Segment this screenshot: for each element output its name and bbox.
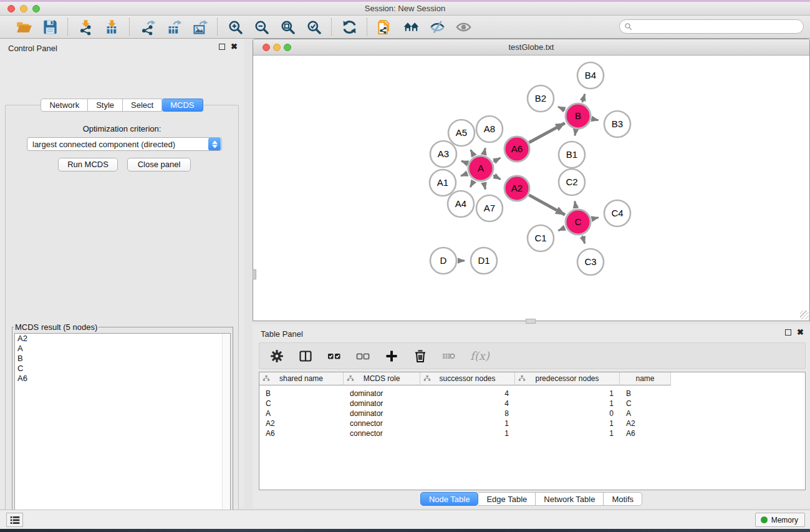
refresh-icon[interactable] bbox=[340, 17, 359, 36]
graph-node-A2[interactable]: A2 bbox=[504, 176, 529, 201]
dropdown-stepper-icon[interactable] bbox=[208, 138, 221, 150]
select-all-icon[interactable] bbox=[327, 348, 342, 364]
search-field[interactable] bbox=[619, 19, 804, 34]
network-canvas[interactable]: B4B2BB3A8A5A6A3B1AA1C2A2A4A7CC4C1C3DD1 bbox=[253, 56, 809, 321]
table-cell[interactable]: B bbox=[620, 389, 671, 399]
graph-node-A7[interactable]: A7 bbox=[476, 195, 503, 221]
export-image-icon[interactable] bbox=[190, 17, 209, 36]
float-panel-icon[interactable] bbox=[219, 44, 225, 50]
table-cell[interactable]: 1 bbox=[515, 428, 620, 438]
graph-node-A6[interactable]: A6 bbox=[504, 137, 529, 162]
table-cell[interactable]: connector bbox=[344, 428, 420, 438]
add-row-icon[interactable] bbox=[384, 348, 399, 364]
column-header-successor-nodes[interactable]: successor nodes bbox=[420, 372, 515, 385]
splitter-grip-left[interactable] bbox=[253, 269, 256, 279]
table-close-panel-icon[interactable]: ✖ bbox=[797, 329, 804, 336]
graph-edge-A-A3[interactable] bbox=[461, 161, 468, 163]
tab-mcds[interactable]: MCDS bbox=[162, 99, 203, 112]
table-cell[interactable]: 1 bbox=[515, 418, 620, 428]
zoom-selected-icon[interactable] bbox=[304, 17, 323, 36]
task-history-button[interactable] bbox=[6, 513, 23, 527]
close-panel-button[interactable]: Close panel bbox=[127, 158, 191, 172]
table-cell[interactable]: 1 bbox=[515, 399, 620, 409]
table-cell[interactable]: 8 bbox=[420, 409, 515, 418]
graph-node-B3[interactable]: B3 bbox=[604, 111, 630, 137]
table-cell[interactable]: A6 bbox=[259, 428, 344, 438]
graph-node-A8[interactable]: A8 bbox=[476, 116, 503, 142]
graph-node-B[interactable]: B bbox=[566, 104, 591, 128]
deselect-all-icon[interactable] bbox=[355, 348, 370, 364]
graph-node-A3[interactable]: A3 bbox=[430, 141, 456, 167]
graph-node-B1[interactable]: B1 bbox=[559, 142, 585, 168]
network-minimize-button[interactable] bbox=[273, 44, 281, 51]
import-network-icon[interactable] bbox=[76, 17, 95, 36]
table-cell[interactable]: 4 bbox=[420, 399, 515, 409]
graph-edge-A-A4[interactable] bbox=[470, 181, 474, 187]
graph-edge-C-C4[interactable] bbox=[592, 218, 599, 219]
table-cell[interactable]: dominator bbox=[344, 389, 420, 399]
table-cell[interactable]: 4 bbox=[420, 389, 515, 399]
tab-select[interactable]: Select bbox=[123, 99, 162, 112]
tab-style[interactable]: Style bbox=[88, 99, 123, 112]
table-cell[interactable]: dominator bbox=[344, 409, 420, 418]
table-row-A2[interactable]: A2connector11A2 bbox=[259, 418, 671, 428]
graph-edge-A-A8[interactable] bbox=[484, 148, 485, 154]
table-cell[interactable]: connector bbox=[344, 418, 420, 428]
table-cell[interactable]: A6 bbox=[620, 428, 671, 438]
graph-node-A5[interactable]: A5 bbox=[448, 120, 475, 146]
result-item[interactable]: A2 bbox=[15, 334, 230, 344]
export-table-icon[interactable] bbox=[164, 17, 183, 36]
save-session-icon[interactable] bbox=[41, 17, 59, 36]
optimization-criterion-dropdown[interactable]: largest connected component (directed) bbox=[27, 137, 222, 151]
table-cell[interactable]: C bbox=[259, 399, 344, 409]
graph-node-A[interactable]: A bbox=[468, 156, 493, 181]
graph-node-B4[interactable]: B4 bbox=[577, 62, 604, 89]
graph-edge-A-A7[interactable] bbox=[484, 183, 486, 190]
tab-edge-table[interactable]: Edge Table bbox=[478, 492, 536, 506]
table-cell[interactable]: 1 bbox=[420, 428, 515, 438]
graph-edge-C-C1[interactable] bbox=[558, 228, 565, 231]
graph-node-C3[interactable]: C3 bbox=[577, 249, 604, 275]
graph-node-D[interactable]: D bbox=[430, 248, 456, 274]
result-item[interactable]: A bbox=[15, 344, 230, 354]
table-cell[interactable]: A2 bbox=[620, 418, 671, 428]
graph-edge-B-B3[interactable] bbox=[592, 119, 599, 120]
column-header-MCDS-role[interactable]: MCDS role bbox=[344, 372, 420, 385]
table-cell[interactable]: 0 bbox=[515, 409, 620, 418]
table-row-B[interactable]: Bdominator41B bbox=[259, 389, 671, 399]
graph-edge-C-C3[interactable] bbox=[582, 236, 585, 243]
graph-edge-B-B2[interactable] bbox=[558, 107, 565, 110]
mcds-result-list[interactable]: A2ABCA6 bbox=[14, 333, 231, 532]
search-input[interactable] bbox=[632, 21, 803, 32]
run-mcds-button[interactable]: Run MCDS bbox=[58, 158, 118, 172]
table-cell[interactable]: dominator bbox=[344, 399, 420, 409]
graph-node-C4[interactable]: C4 bbox=[604, 200, 630, 226]
import-table-icon[interactable] bbox=[102, 17, 121, 36]
network-zoom-button[interactable] bbox=[284, 44, 291, 51]
result-item[interactable]: C bbox=[15, 364, 230, 374]
split-view-icon[interactable] bbox=[298, 348, 313, 364]
graph-node-B2[interactable]: B2 bbox=[528, 85, 554, 112]
zoom-fit-icon[interactable] bbox=[278, 17, 297, 36]
zoom-in-icon[interactable] bbox=[226, 17, 244, 36]
window-resize-grip[interactable] bbox=[800, 311, 809, 319]
column-header-shared-name[interactable]: shared name bbox=[259, 372, 344, 385]
table-cell[interactable]: A bbox=[259, 409, 344, 418]
result-item[interactable]: B bbox=[15, 354, 230, 364]
zoom-window-button[interactable] bbox=[32, 5, 40, 12]
zoom-out-icon[interactable] bbox=[252, 17, 271, 36]
column-header-predecessor-nodes[interactable]: predecessor nodes bbox=[515, 372, 620, 385]
table-cell[interactable]: B bbox=[259, 389, 344, 399]
tab-network[interactable]: Network bbox=[41, 99, 88, 112]
export-network-icon[interactable] bbox=[138, 17, 157, 36]
graph-node-D1[interactable]: D1 bbox=[471, 248, 497, 274]
graph-node-A4[interactable]: A4 bbox=[448, 191, 474, 217]
result-item[interactable]: A6 bbox=[15, 374, 230, 384]
tab-motifs[interactable]: Motifs bbox=[604, 492, 642, 506]
column-header-name[interactable]: name bbox=[620, 372, 671, 385]
delete-row-icon[interactable] bbox=[413, 348, 428, 364]
table-cell[interactable]: C bbox=[620, 399, 671, 409]
close-window-button[interactable] bbox=[7, 5, 15, 12]
graph-edge-A2-C[interactable] bbox=[529, 195, 565, 215]
close-panel-icon[interactable]: ✖ bbox=[231, 44, 238, 50]
